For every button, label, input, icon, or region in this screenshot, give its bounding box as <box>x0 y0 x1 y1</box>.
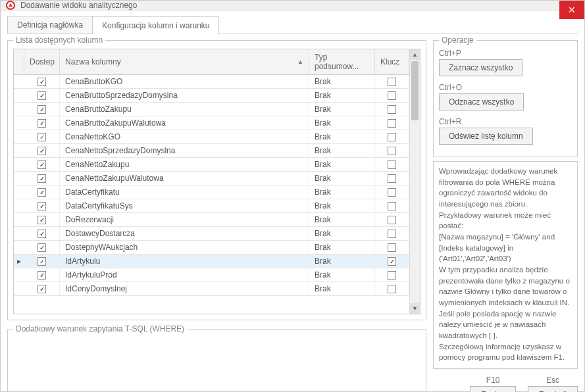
table-row[interactable]: IdArtykuluProdBrak <box>14 268 409 282</box>
app-logo-icon <box>6 1 15 10</box>
summary-type-cell[interactable]: Brak <box>309 144 375 157</box>
table-row[interactable]: CenaNettoKGOBrak <box>14 130 409 144</box>
summary-type-cell[interactable]: Brak <box>309 185 375 199</box>
dostep-checkbox[interactable] <box>38 285 46 293</box>
where-clause-fieldset: Dodatkowy warunek zapytania T-SQL (WHERE… <box>7 324 426 392</box>
summary-type-cell[interactable]: Brak <box>309 241 375 254</box>
table-row[interactable]: CenaBruttoZakupuBrak <box>14 103 409 116</box>
klucz-checkbox[interactable] <box>388 202 396 210</box>
close-dialog-button[interactable]: Zamknij <box>528 386 578 392</box>
table-row[interactable]: ▸IdArtykuluBrak <box>14 255 409 268</box>
dostep-checkbox[interactable] <box>38 243 46 252</box>
table-row[interactable]: CenaNettoSprzedazyDomyslnaBrak <box>14 144 409 158</box>
klucz-checkbox[interactable] <box>388 285 396 293</box>
deselect-all-button[interactable]: Odznacz wszystko <box>439 93 524 110</box>
available-columns-fieldset: Lista dostępnych kolumn Dostep Nazwa kol… <box>7 36 426 320</box>
klucz-checkbox[interactable] <box>388 78 396 86</box>
table-row[interactable]: CenaBruttoZakupuWalutowaBrak <box>14 116 409 130</box>
column-name-cell: CenaNettoKGO <box>60 130 309 143</box>
summary-type-cell[interactable]: Brak <box>309 89 375 102</box>
tab-header-def[interactable]: Definicja nagłówka <box>7 16 93 34</box>
summary-type-cell[interactable]: Brak <box>309 130 375 143</box>
save-button[interactable]: Zapisz <box>470 386 516 392</box>
klucz-checkbox[interactable] <box>388 160 396 169</box>
klucz-checkbox[interactable] <box>388 174 396 183</box>
dostep-checkbox[interactable] <box>38 174 46 183</box>
operations-legend: Operacje <box>439 36 476 45</box>
summary-type-cell[interactable]: Brak <box>309 255 375 268</box>
select-all-button[interactable]: Zaznacz wszystko <box>439 59 522 76</box>
tabstrip: Definicja nagłówka Konfiguracja kolumn i… <box>7 16 578 34</box>
info-fieldset: Wprowadzając dodatkowy warunek filtrowan… <box>433 161 578 369</box>
klucz-checkbox[interactable] <box>388 105 396 114</box>
dostep-checkbox[interactable] <box>38 147 46 155</box>
summary-type-cell[interactable]: Brak <box>309 213 375 226</box>
dostep-checkbox[interactable] <box>38 78 46 86</box>
table-row[interactable]: DataCertyfikatuSysBrak <box>14 199 409 213</box>
summary-type-cell[interactable]: Brak <box>309 227 375 240</box>
summary-type-cell[interactable]: Brak <box>309 103 375 116</box>
summary-type-cell[interactable]: Brak <box>309 199 375 212</box>
dostep-checkbox[interactable] <box>38 230 46 238</box>
summary-type-cell[interactable]: Brak <box>309 282 375 295</box>
summary-type-cell[interactable]: Brak <box>309 158 375 171</box>
dostep-checkbox[interactable] <box>38 202 46 210</box>
klucz-checkbox[interactable] <box>388 119 396 128</box>
summary-type-cell[interactable]: Brak <box>309 268 375 282</box>
klucz-checkbox[interactable] <box>388 147 396 155</box>
summary-type-cell[interactable]: Brak <box>309 172 375 185</box>
table-row[interactable]: DostawcyDostarczaBrak <box>14 227 409 241</box>
scroll-thumb[interactable] <box>411 61 419 120</box>
column-name-cell: IdArtykulu <box>60 255 309 268</box>
col-header-typ[interactable]: Typ podsumow... <box>309 49 375 74</box>
dialog-footer: F10 Zapisz Esc Zamknij <box>433 373 578 392</box>
dostep-checkbox[interactable] <box>38 160 46 169</box>
column-name-cell: IdCenyDomyslnej <box>60 282 309 295</box>
dostep-checkbox[interactable] <box>38 257 46 266</box>
column-name-cell: IdArtykuluProd <box>60 268 309 282</box>
scroll-up-icon[interactable]: ▲ <box>410 49 420 60</box>
klucz-checkbox[interactable] <box>388 188 396 197</box>
dostep-checkbox[interactable] <box>38 105 46 114</box>
summary-type-cell[interactable]: Brak <box>309 75 375 88</box>
table-row[interactable]: CenaBruttoSprzedazyDomyslnaBrak <box>14 89 409 103</box>
klucz-checkbox[interactable] <box>388 243 396 252</box>
row-indicator-icon: ▸ <box>14 257 24 266</box>
dostep-checkbox[interactable] <box>38 216 46 224</box>
col-header-dostep[interactable]: Dostep <box>24 49 60 74</box>
info-text: Wprowadzając dodatkowy warunek filtrowan… <box>439 166 572 363</box>
close-button[interactable]: ✕ <box>559 1 584 19</box>
tab-columns-config[interactable]: Konfiguracja kolumn i warunku <box>92 16 219 34</box>
col-header-klucz[interactable]: Klucz <box>375 49 409 74</box>
column-name-cell: CenaBruttoSprzedazyDomyslna <box>60 89 309 102</box>
column-name-cell: DostawcyDostarcza <box>60 227 309 240</box>
table-row[interactable]: CenaBruttoKGOBrak <box>14 75 409 89</box>
column-name-cell: DostepnyWAukcjach <box>60 241 309 254</box>
table-row[interactable]: DostepnyWAukcjachBrak <box>14 241 409 255</box>
dostep-checkbox[interactable] <box>38 91 46 100</box>
klucz-checkbox[interactable] <box>388 271 396 280</box>
klucz-checkbox[interactable] <box>388 133 396 141</box>
dostep-checkbox[interactable] <box>38 133 46 141</box>
table-row[interactable]: IdCenyDomyslnejBrak <box>14 282 409 296</box>
dostep-checkbox[interactable] <box>38 271 46 280</box>
columns-table: Dostep Nazwa kolumny ▲ Typ podsumow... K… <box>13 49 420 314</box>
summary-type-cell[interactable]: Brak <box>309 116 375 130</box>
klucz-checkbox[interactable] <box>388 257 396 266</box>
klucz-checkbox[interactable] <box>388 91 396 100</box>
dostep-checkbox[interactable] <box>38 119 46 128</box>
klucz-checkbox[interactable] <box>388 216 396 224</box>
refresh-shortcut: Ctrl+R <box>439 117 572 126</box>
col-header-nazwa[interactable]: Nazwa kolumny ▲ <box>60 49 309 74</box>
refresh-columns-button[interactable]: Odśwież listę kolumn <box>439 128 533 145</box>
vertical-scrollbar[interactable]: ▲ ▼ <box>409 49 420 314</box>
dostep-checkbox[interactable] <box>38 188 46 197</box>
table-row[interactable]: CenaNettoZakupuWalutowaBrak <box>14 172 409 185</box>
scroll-down-icon[interactable]: ▼ <box>410 303 420 314</box>
column-name-cell: CenaBruttoZakupuWalutowa <box>60 116 309 130</box>
table-row[interactable]: DoRezerwacjiBrak <box>14 213 409 227</box>
table-row[interactable]: CenaNettoZakupuBrak <box>14 158 409 172</box>
table-row[interactable]: DataCertyfikatuBrak <box>14 185 409 199</box>
column-name-cell: CenaBruttoKGO <box>60 75 309 88</box>
klucz-checkbox[interactable] <box>388 230 396 238</box>
